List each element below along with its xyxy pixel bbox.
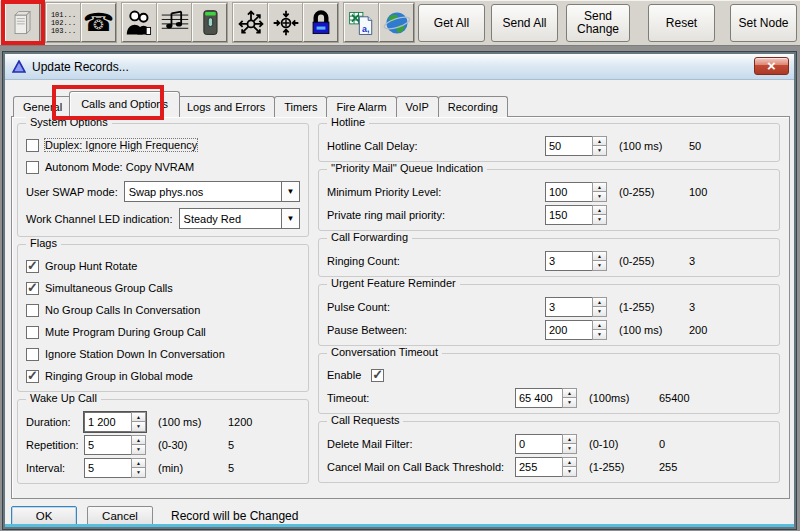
timeout-input[interactable] — [515, 388, 562, 408]
close-button[interactable] — [754, 57, 789, 75]
duplex-label: Duplex: Ignore High Frequency — [45, 139, 197, 151]
row-pulse-count: Pulse Count: (1-255) 3 — [327, 295, 771, 318]
group-flags: Flags Group Hunt Rotate Simultaneous Gro… — [17, 244, 309, 392]
repetition-spinner[interactable] — [131, 435, 146, 455]
ringing-group-global-checkbox[interactable] — [26, 370, 39, 383]
hotline-call-delay-spinbox — [545, 136, 607, 156]
group-title: Flags — [26, 237, 61, 249]
group-title: Conversation Timeout — [327, 346, 442, 358]
row-duration: Duration: (100 ms) 1200 — [26, 410, 300, 433]
reset-button[interactable]: Reset — [648, 4, 715, 42]
pause-between-input[interactable] — [545, 320, 592, 340]
spin-down-icon[interactable] — [592, 191, 607, 202]
set-node-button[interactable]: Set Node — [730, 4, 797, 42]
spin-down-icon[interactable] — [562, 466, 577, 477]
autonom-mode-checkbox[interactable] — [26, 161, 39, 174]
hotline-call-delay-spinner[interactable] — [592, 136, 607, 156]
toolbar-button-users[interactable] — [122, 3, 157, 42]
mute-program-checkbox[interactable] — [26, 326, 39, 339]
toolbar-button-phone[interactable]: ☎ — [81, 3, 116, 42]
toolbar-button-export[interactable]: a, — [344, 3, 379, 42]
spin-down-icon[interactable] — [592, 260, 607, 271]
spin-down-icon[interactable] — [562, 397, 577, 408]
get-all-button[interactable]: Get All — [418, 4, 485, 42]
toolbar-button-recorder[interactable] — [192, 3, 227, 42]
delete-mail-filter-spinner[interactable] — [562, 434, 577, 454]
hotline-call-delay-input[interactable] — [545, 136, 592, 156]
toolbar-button-network[interactable] — [379, 3, 414, 42]
toolbar-button-broadcast[interactable] — [233, 3, 268, 42]
spin-down-icon[interactable] — [562, 443, 577, 454]
group-wake-up-call: Wake Up Call Duration: (100 ms) 1200 Rep… — [17, 399, 309, 484]
duration-label: Duration: — [26, 416, 84, 428]
interval-input[interactable] — [84, 458, 131, 478]
ringing-count-spinbox — [545, 251, 607, 271]
group-hunt-rotate-checkbox[interactable] — [26, 260, 39, 273]
minimum-priority-level-input[interactable] — [545, 182, 592, 202]
get-all-label: Get All — [434, 17, 469, 30]
tab-fire-alarm[interactable]: Fire Alarm — [326, 96, 396, 117]
repetition-label: Repetition: — [26, 439, 84, 451]
private-ring-mail-priority-spinner[interactable] — [592, 205, 607, 225]
ringing-count-input[interactable] — [545, 251, 592, 271]
minimum-priority-level-label: Minimum Priority Level: — [327, 186, 545, 198]
row-autonom-mode: Autonom Mode: Copy NVRAM — [26, 156, 300, 178]
minimum-priority-level-spinner[interactable] — [592, 182, 607, 202]
duplex-checkbox[interactable] — [26, 139, 39, 152]
dialog-titlebar[interactable]: Update Records... — [5, 54, 794, 80]
ringing-count-spinner[interactable] — [592, 251, 607, 271]
toolbar-button-records-list[interactable]: 101... 102... 103... — [46, 3, 81, 42]
highlight-toolbar-node-icon — [1, 0, 45, 45]
spin-down-icon[interactable] — [131, 467, 146, 478]
delete-mail-filter-input[interactable] — [515, 434, 562, 454]
toolbar-button-target[interactable] — [268, 3, 303, 42]
tab-recording[interactable]: Recording — [438, 96, 508, 117]
repetition-input[interactable] — [84, 435, 131, 455]
music-icon — [160, 8, 190, 38]
highlight-tab-calls-and-options — [52, 85, 164, 120]
pulse-count-spinbox — [545, 297, 607, 317]
spin-down-icon[interactable] — [592, 214, 607, 225]
interval-spinner[interactable] — [131, 458, 146, 478]
repetition-range: (0-30) — [158, 439, 218, 451]
simultaneous-group-calls-checkbox[interactable] — [26, 282, 39, 295]
svg-text:a,: a, — [362, 23, 369, 33]
conversation-timeout-enable-checkbox[interactable] — [371, 369, 384, 382]
pulse-count-input[interactable] — [545, 297, 592, 317]
spin-down-icon[interactable] — [131, 421, 146, 432]
row-group-hunt-rotate: Group Hunt Rotate — [26, 255, 300, 277]
no-group-calls-checkbox[interactable] — [26, 304, 39, 317]
send-all-button[interactable]: Send All — [491, 4, 558, 42]
send-change-button[interactable]: Send Change — [566, 4, 630, 42]
ignore-station-down-checkbox[interactable] — [26, 348, 39, 361]
hotline-call-delay-unit: (100 ms) — [619, 140, 679, 152]
autonom-mode-label: Autonom Mode: Copy NVRAM — [45, 161, 194, 173]
toolbar-button-lock[interactable] — [303, 3, 338, 42]
duration-input[interactable] — [84, 412, 131, 432]
timeout-spinner[interactable] — [562, 388, 577, 408]
row-minimum-priority-level: Minimum Priority Level: (0-255) 100 — [327, 180, 771, 203]
cancel-mail-threshold-spinner[interactable] — [562, 457, 577, 477]
work-channel-led-value: Steady Red — [180, 213, 281, 225]
tab-logs-and-errors[interactable]: Logs and Errors — [177, 96, 275, 117]
combo-dropdown-icon[interactable] — [281, 182, 299, 201]
toolbar-button-music[interactable] — [157, 3, 192, 42]
pulse-count-default: 3 — [689, 301, 695, 313]
user-swap-mode-combobox[interactable]: Swap phys.nos — [124, 181, 300, 202]
cancel-mail-threshold-input[interactable] — [515, 457, 562, 477]
pause-between-spinner[interactable] — [592, 320, 607, 340]
combo-dropdown-icon[interactable] — [281, 209, 299, 228]
spin-down-icon[interactable] — [131, 444, 146, 455]
spin-down-icon[interactable] — [592, 306, 607, 317]
private-ring-mail-priority-input[interactable] — [545, 205, 592, 225]
spin-down-icon[interactable] — [592, 145, 607, 156]
duration-spinner[interactable] — [131, 412, 146, 432]
work-channel-led-combobox[interactable]: Steady Red — [179, 208, 300, 229]
row-ignore-station-down: Ignore Station Down In Conversation — [26, 343, 300, 365]
tab-timers[interactable]: Timers — [274, 96, 327, 117]
pulse-count-spinner[interactable] — [592, 297, 607, 317]
pulse-count-range: (1-255) — [619, 301, 679, 313]
spin-down-icon[interactable] — [592, 329, 607, 340]
tab-voip[interactable]: VoIP — [396, 96, 439, 117]
timeout-spinbox — [515, 388, 577, 408]
